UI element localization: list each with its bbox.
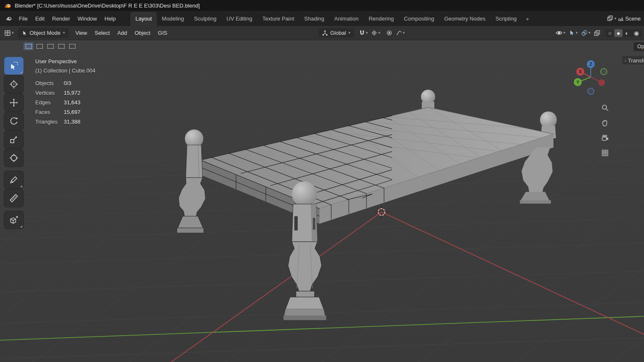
gizmo-neg-x-axis bbox=[598, 79, 605, 86]
menu-edit[interactable]: Edit bbox=[31, 13, 48, 24]
pan-hand-button[interactable] bbox=[599, 117, 611, 129]
chevron-down-icon[interactable]: ▾ bbox=[403, 31, 405, 35]
tab-rendering[interactable]: Rendering bbox=[364, 12, 399, 26]
proportional-edit-toggle[interactable] bbox=[384, 29, 394, 37]
scene-datablock-icon bbox=[618, 16, 624, 22]
visibility-dropdown[interactable]: ▾ bbox=[554, 28, 567, 37]
tool-add-cube[interactable] bbox=[4, 211, 23, 229]
tool-transform[interactable] bbox=[4, 149, 23, 167]
tool-settings-bar: Options bbox=[0, 40, 644, 52]
chevron-down-icon[interactable]: ▾ bbox=[378, 31, 380, 35]
shading-material-button[interactable]: ◐ bbox=[623, 29, 631, 37]
overlays-toggle[interactable]: ▾ bbox=[579, 29, 592, 37]
menu-select[interactable]: Select bbox=[91, 28, 114, 38]
tab-animation[interactable]: Animation bbox=[329, 12, 364, 26]
mode-dropdown[interactable]: Object Mode ▾ bbox=[18, 28, 68, 38]
tab-scripting[interactable]: Scripting bbox=[491, 12, 522, 26]
gizmo-z-label: Z bbox=[589, 62, 592, 67]
tab-layout[interactable]: Layout bbox=[130, 12, 157, 26]
stat-value: 15,697 bbox=[64, 109, 96, 115]
tool-rotate[interactable] bbox=[4, 112, 23, 130]
tab-geometry-nodes[interactable]: Geometry Nodes bbox=[439, 12, 490, 26]
blender-app-menu-icon[interactable] bbox=[3, 13, 14, 23]
subtool-indicator bbox=[20, 71, 22, 73]
tool-scale[interactable] bbox=[4, 131, 23, 148]
add-workspace-button[interactable]: + bbox=[522, 12, 533, 26]
tab-sculpting[interactable]: Sculpting bbox=[189, 12, 221, 26]
scene-name[interactable]: Scene bbox=[625, 16, 641, 22]
xray-icon bbox=[594, 30, 600, 36]
menu-view[interactable]: View bbox=[72, 28, 91, 38]
chevron-down-icon[interactable]: ▾ bbox=[589, 31, 591, 35]
menu-gis[interactable]: GIS bbox=[154, 28, 171, 38]
tab-modeling[interactable]: Modeling bbox=[157, 12, 189, 26]
mode-label: Object Mode bbox=[30, 30, 61, 36]
menu-window[interactable]: Window bbox=[74, 13, 101, 24]
header-center: Global ▾ ▾ ▾ bbox=[319, 28, 407, 38]
gizmo-neg-z-axis bbox=[588, 88, 594, 95]
tool-move[interactable] bbox=[4, 94, 23, 111]
menu-add[interactable]: Add bbox=[114, 28, 131, 38]
gizmo-x-label: X bbox=[579, 70, 582, 74]
snap-target-icon bbox=[371, 30, 377, 36]
tab-uv-editing[interactable]: UV Editing bbox=[221, 12, 257, 26]
xray-toggle[interactable] bbox=[592, 29, 602, 37]
menu-object[interactable]: Object bbox=[131, 28, 154, 38]
select-mode-new-button[interactable] bbox=[23, 42, 34, 50]
shading-solid-button[interactable]: ● bbox=[614, 29, 623, 37]
tool-select-box[interactable] bbox=[4, 57, 23, 75]
chevron-down-icon: ▾ bbox=[12, 31, 14, 35]
select-box-intersect-icon bbox=[69, 44, 75, 49]
snap-target-button[interactable]: ▾ bbox=[369, 29, 382, 37]
x-axis-line-a bbox=[168, 212, 382, 362]
tool-cursor[interactable] bbox=[4, 75, 23, 93]
menu-render[interactable]: Render bbox=[48, 13, 74, 24]
tool-annotate[interactable] bbox=[4, 171, 23, 189]
select-mode-subtract-button[interactable] bbox=[45, 42, 55, 50]
falloff-dropdown[interactable]: ▾ bbox=[394, 29, 407, 37]
editor-type-button[interactable]: ▾ bbox=[3, 28, 16, 38]
camera-view-button[interactable] bbox=[599, 132, 611, 144]
sidebar-tab-label: Transform bbox=[628, 57, 644, 64]
blender-window: { "titlebar": { "title": "Blender* [C:\\… bbox=[0, 0, 644, 362]
select-box-invert-icon bbox=[58, 44, 65, 49]
viewport-3d: Options › Transform bbox=[0, 40, 644, 362]
workspace-tabs: Layout Modeling Sculpting UV Editing Tex… bbox=[130, 11, 533, 26]
bed-model[interactable] bbox=[177, 90, 563, 320]
orientation-dropdown[interactable]: Global ▾ bbox=[319, 28, 354, 38]
chevron-down-icon[interactable]: ▾ bbox=[366, 31, 368, 35]
perspective-toggle-button[interactable] bbox=[599, 147, 611, 159]
select-mode-intersect-button[interactable] bbox=[67, 42, 77, 50]
chevron-down-icon[interactable]: ▾ bbox=[576, 31, 578, 35]
menu-help[interactable]: Help bbox=[101, 13, 119, 24]
shading-wireframe-button[interactable]: ○ bbox=[605, 29, 614, 37]
stat-value: 0/3 bbox=[64, 80, 96, 86]
shading-rendered-button[interactable]: ◉ bbox=[631, 29, 641, 37]
sidebar-tab-transform[interactable]: › Transform bbox=[622, 56, 644, 65]
select-box-new-icon bbox=[26, 44, 32, 49]
snap-toggle[interactable]: ▾ bbox=[357, 29, 370, 37]
tab-texture-paint[interactable]: Texture Paint bbox=[257, 12, 299, 26]
select-mode-extend-button[interactable] bbox=[34, 42, 44, 50]
orientation-label: Global bbox=[330, 30, 346, 36]
stat-value: 31,643 bbox=[64, 99, 96, 106]
editor-type-icon bbox=[4, 30, 11, 36]
browse-scene-icon[interactable] bbox=[607, 15, 613, 22]
menu-file[interactable]: File bbox=[15, 13, 31, 24]
stat-label: Objects bbox=[35, 80, 64, 86]
tool-measure[interactable] bbox=[4, 189, 23, 207]
title-bar: Blender* [C:\Users\hussa\OneDrive\Deskto… bbox=[0, 0, 644, 11]
tool-options-button[interactable]: Options bbox=[634, 42, 644, 51]
select-mode-invert-button[interactable] bbox=[56, 42, 66, 50]
navigation-gizmo[interactable]: Z X Y bbox=[573, 59, 608, 96]
tab-shading[interactable]: Shading bbox=[299, 12, 330, 26]
stat-label: Faces bbox=[35, 109, 64, 115]
top-menu-bar: File Edit Render Window Help Layout Mode… bbox=[0, 11, 644, 26]
chevron-down-icon[interactable]: ▾ bbox=[564, 31, 566, 35]
zoom-button[interactable] bbox=[599, 102, 611, 114]
stat-label: Edges bbox=[35, 99, 64, 106]
gizmos-toggle[interactable]: ▾ bbox=[567, 29, 579, 37]
tab-compositing[interactable]: Compositing bbox=[399, 12, 439, 26]
chevron-down-icon[interactable]: ▾ bbox=[615, 17, 617, 21]
viewport-canvas[interactable] bbox=[0, 40, 644, 362]
